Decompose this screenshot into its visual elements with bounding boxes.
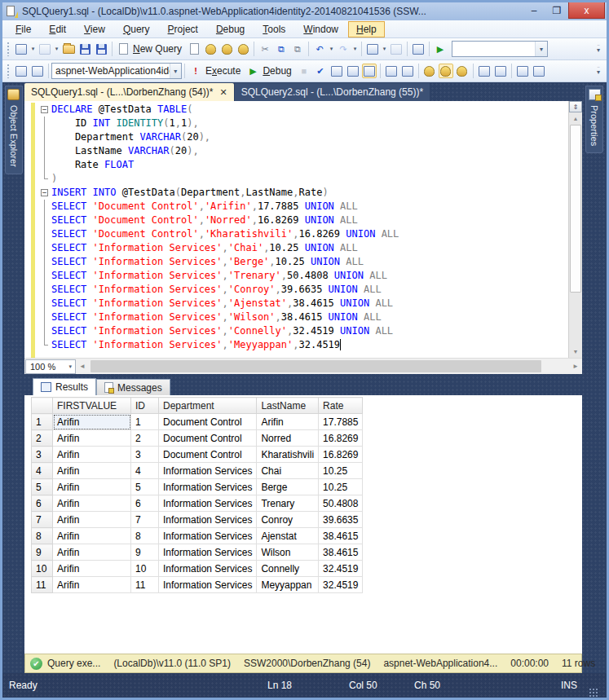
grid-cell[interactable]: Berge <box>257 479 319 495</box>
grid-cell[interactable]: Arifin <box>53 447 131 463</box>
grid-cell[interactable]: 38.4615 <box>319 528 363 544</box>
grid-corner[interactable] <box>32 398 53 414</box>
grid-cell[interactable]: 17.7885 <box>319 414 363 430</box>
title-bar[interactable]: SQLQuery1.sql - (LocalDb)\v11.0.aspnet-W… <box>2 2 607 20</box>
grid-cell[interactable]: 8 <box>131 528 159 544</box>
grid-cell[interactable]: Kharatishvili <box>257 447 319 463</box>
code-line-2[interactable]: ID INT IDENTITY(1,1), <box>24 117 568 130</box>
grid-cell[interactable]: Information Services <box>159 512 257 528</box>
properties-tab[interactable]: Properties <box>585 86 603 153</box>
row-number[interactable]: 5 <box>32 479 53 495</box>
code-line-5[interactable]: Rate FLOAT <box>24 158 568 172</box>
grid-cell[interactable]: 3 <box>131 447 159 463</box>
open-file-icon[interactable] <box>61 42 76 56</box>
comment-lines-icon[interactable] <box>477 64 492 78</box>
grid-cell[interactable]: Information Services <box>159 528 257 544</box>
results-grid[interactable]: FIRSTVALUEIDDepartmentLastNameRate1Arifi… <box>31 397 363 593</box>
grid-cell[interactable]: 32.4519 <box>319 561 363 577</box>
toolbar-grip[interactable] <box>7 64 11 78</box>
menu-item-window[interactable]: Window <box>295 21 346 37</box>
new-query-icon[interactable] <box>116 42 130 56</box>
collapse-icon[interactable]: − <box>38 103 51 117</box>
execute-bang-icon[interactable]: ! <box>188 64 203 78</box>
code-line-17[interactable]: SELECT 'Information Services','Connelly'… <box>24 324 568 338</box>
grid-cell[interactable]: Arifin <box>53 512 131 528</box>
row-number[interactable]: 9 <box>32 544 53 561</box>
xmla-query-icon[interactable] <box>236 42 250 56</box>
estimated-plan-icon[interactable] <box>329 64 344 78</box>
chevron-down-icon[interactable]: ▾ <box>29 42 37 56</box>
code-line-8[interactable]: SELECT 'Document Control','Arifin',17.78… <box>24 200 568 214</box>
grid-cell[interactable]: Connelly <box>257 561 319 577</box>
code-line-9[interactable]: SELECT 'Document Control','Norred',16.82… <box>24 214 568 227</box>
row-number[interactable]: 11 <box>32 577 53 593</box>
menu-item-view[interactable]: View <box>76 21 113 37</box>
menu-item-tools[interactable]: Tools <box>254 21 293 37</box>
zoom-selector[interactable]: 100 % ▾ <box>25 359 76 374</box>
grid-cell[interactable]: 16.8269 <box>319 430 363 447</box>
include-actual-plan-icon[interactable] <box>384 64 399 78</box>
code-line-14[interactable]: SELECT 'Information Services','Conroy',3… <box>24 283 568 297</box>
grid-cell[interactable]: 38.4615 <box>319 544 363 561</box>
hscroll-thumb[interactable] <box>90 360 541 372</box>
grid-cell[interactable]: 50.4808 <box>319 495 363 512</box>
dmx-query-icon[interactable] <box>219 42 234 56</box>
scroll-up-icon[interactable]: ▲ <box>569 112 582 125</box>
grid-cell[interactable]: Arifin <box>53 495 131 512</box>
start-debugging-icon[interactable]: ▶ <box>433 42 448 56</box>
redo-dropdown-icon[interactable]: ▾ <box>351 42 359 56</box>
document-tab-1[interactable]: SQLQuery1.sql - (L...\DorbenZhang (54))*… <box>24 83 234 101</box>
debug-button[interactable]: Debug <box>263 65 291 77</box>
row-number[interactable]: 8 <box>32 528 53 544</box>
parse-icon[interactable]: ✔ <box>313 64 328 78</box>
row-number[interactable]: 2 <box>32 430 53 447</box>
redo-icon[interactable]: ↷ <box>336 42 351 56</box>
debug-play-icon[interactable]: ▶ <box>245 64 260 78</box>
scroll-down-icon[interactable]: ▼ <box>569 346 582 358</box>
paste-icon[interactable]: ⧉ <box>290 42 305 56</box>
grid-cell[interactable]: Information Services <box>159 479 257 495</box>
resize-grip[interactable] <box>589 688 598 698</box>
grid-cell[interactable]: Information Services <box>159 495 257 512</box>
scroll-right-icon[interactable]: ► <box>569 363 582 370</box>
menu-item-help[interactable]: Help <box>348 21 385 37</box>
grid-cell[interactable]: 32.4519 <box>319 577 363 593</box>
grid-cell[interactable]: 10.25 <box>319 463 363 479</box>
grid-cell[interactable]: Arifin <box>53 544 131 561</box>
undo-icon[interactable]: ↶ <box>312 42 327 56</box>
connect-icon[interactable] <box>14 64 29 78</box>
column-header-department[interactable]: Department <box>159 398 257 414</box>
grid-cell[interactable]: 11 <box>131 577 159 593</box>
menu-item-debug[interactable]: Debug <box>208 21 253 37</box>
grid-cell[interactable]: 7 <box>131 512 159 528</box>
save-icon[interactable] <box>77 42 92 56</box>
new-item-icon[interactable] <box>38 42 52 56</box>
intellisense-enabled-icon[interactable] <box>362 64 377 78</box>
grid-cell[interactable]: Arifin <box>53 479 131 495</box>
tab-results[interactable]: Results <box>33 378 96 395</box>
grid-cell[interactable]: Information Services <box>159 544 257 561</box>
results-to-grid-icon[interactable] <box>439 64 453 78</box>
grid-cell[interactable]: Ajenstat <box>257 528 319 544</box>
grid-cell[interactable]: Meyyappan <box>257 577 319 593</box>
collapse-icon[interactable]: − <box>38 186 51 200</box>
mdx-query-icon[interactable] <box>203 42 218 56</box>
row-number[interactable]: 1 <box>32 414 53 430</box>
code-line-6[interactable]: ) <box>24 172 568 186</box>
column-header-rate[interactable]: Rate <box>319 398 363 414</box>
column-header-lastname[interactable]: LastName <box>257 398 319 414</box>
code-line-4[interactable]: LastName VARCHAR(20), <box>24 144 568 158</box>
menu-item-edit[interactable]: Edit <box>41 21 74 37</box>
grid-cell[interactable]: Information Services <box>159 463 257 479</box>
grid-cell[interactable]: Information Services <box>159 561 257 577</box>
toolbar-grip[interactable] <box>7 42 11 56</box>
document-tab-2[interactable]: SQLQuery2.sql - (L...\DorbenZhang (55))* <box>235 83 430 101</box>
code-line-12[interactable]: SELECT 'Information Services','Berge',10… <box>24 255 568 269</box>
menu-item-query[interactable]: Query <box>115 21 158 37</box>
scroll-left-icon[interactable]: ◄ <box>76 363 89 370</box>
chevron-down-icon[interactable]: ▾ <box>170 64 181 78</box>
query-options-icon[interactable] <box>346 64 360 78</box>
grid-cell[interactable]: Arifin <box>257 414 319 430</box>
row-number[interactable]: 10 <box>32 561 53 577</box>
editor-vertical-scrollbar[interactable]: ⇕ ▲ ▼ <box>568 101 582 358</box>
